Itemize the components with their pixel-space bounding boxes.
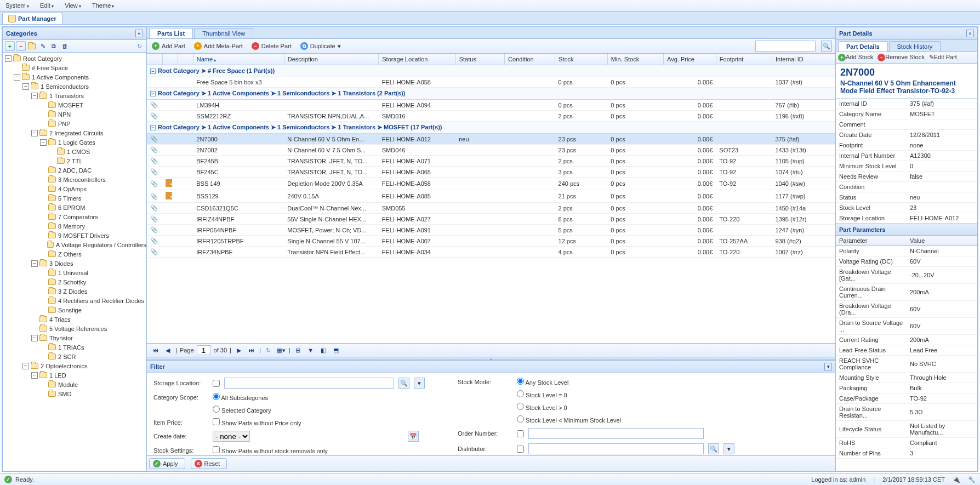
tool-button-3[interactable]: ◧ [318,345,328,355]
order-num-checkbox[interactable] [517,430,524,437]
column-header[interactable] [178,54,193,65]
table-row[interactable]: 📎CSD16321Q5CDualCool™ N-Channel Nex...SM… [147,203,835,214]
tree-node[interactable]: −1 LED [3,370,146,380]
settings-icon[interactable]: 🔧 [968,476,976,483]
storage-picker-button[interactable]: 🔍 [398,378,409,389]
tree-node[interactable]: PNP [3,119,146,128]
tree-node[interactable]: 4 Triacs [3,315,146,324]
tree-node[interactable]: 5 Voltage References [3,324,146,333]
storage-dropdown-button[interactable]: ▾ [414,378,425,389]
group-toggle-icon[interactable]: − [150,125,156,130]
tree-node[interactable]: A Voltage Regulators / Controllers [3,240,146,249]
tree-node[interactable]: Z Others [3,249,146,259]
table-row[interactable]: 📎2N7002N-Channel 60 V 7.5 Ohm S...SMD046… [147,145,835,156]
tree-node[interactable]: 3 Z Diodes [3,287,146,296]
add-part-button[interactable]: +Add Part [150,42,187,50]
tree-node[interactable]: 4 Rectifiers and Rectifier Diodes [3,296,146,305]
table-row[interactable]: 📎BF245CTRANSISTOR, JFET, N, TO...FELI-HO… [147,167,835,178]
tree-node[interactable]: 4 OpAmps [3,184,146,193]
distributor-input[interactable] [528,443,704,454]
stock-eq0-radio[interactable] [517,390,524,397]
table-row[interactable]: 📎IRFZ34NPBFTransistor NPN Field Effect..… [147,247,835,258]
group-header[interactable]: −Root Category ➤ 1 Active Components ➤ 1… [147,88,835,100]
add-stock-button[interactable]: +Add Stock [838,54,873,61]
edit-part-button[interactable]: ✎Edit Part [929,54,957,61]
group-toggle-icon[interactable]: − [150,69,156,74]
prev-page-button[interactable]: ◀ [163,345,173,355]
first-page-button[interactable]: ⏮ [150,345,160,355]
collapse-left-icon[interactable]: « [135,30,143,37]
tree-node[interactable]: 3 Microcontrollers [3,175,146,184]
tree-node[interactable]: 2 SCR [3,352,146,361]
tree-node[interactable]: −1 Logic Gates [3,138,146,147]
tree-toggle-icon[interactable]: − [5,55,12,62]
tree-node[interactable]: Sonstige [3,305,146,315]
table-row[interactable]: 📎IRFP064NPBFMOSFET, Power; N-Ch; VD...FE… [147,225,835,236]
menu-view[interactable]: View [62,1,83,10]
tool-button-4[interactable]: ⬒ [331,345,341,355]
distributor-picker-button[interactable]: 🔍 [708,443,719,454]
tree-node[interactable]: 1 Universal [3,268,146,277]
stock-removals-checkbox[interactable] [213,446,220,453]
group-header[interactable]: −Root Category ➤ 1 Active Components ➤ 1… [147,122,835,134]
menu-edit[interactable]: Edit [38,1,56,10]
tree-node[interactable]: 8 Memory [3,221,146,231]
collapse-filter-icon[interactable]: ▾ [824,363,832,370]
table-row[interactable]: 📎BSS129240V 0.15AFELI-HOME-A08521 pcs0 p… [147,190,835,203]
tree-node[interactable]: −3 Diodes [3,259,146,268]
tree-toggle-icon[interactable]: − [31,130,38,136]
category-tree[interactable]: −Root Category# Free Space−1 Active Comp… [3,53,146,471]
tab-part-manager[interactable]: Part Manager [2,13,62,24]
column-header[interactable]: Stock [555,54,608,65]
export-button[interactable]: ▦▾ [276,345,286,355]
storage-location-checkbox[interactable] [213,380,220,387]
copy-category-button[interactable]: ⧉ [49,41,59,51]
tree-node[interactable]: 2 ADC, DAC [3,166,146,175]
tab-part-details[interactable]: Part Details [838,41,888,52]
table-row[interactable]: 📎SSM2212RZTRANSISTOR,NPN,DUAL,A...SMD016… [147,111,835,122]
table-row[interactable]: 📎BF245BTRANSISTOR, JFET, N, TO...FELI-HO… [147,156,835,167]
column-header[interactable]: Condition [505,54,555,65]
column-header[interactable]: Description [284,54,378,65]
tree-toggle-icon[interactable]: − [31,372,38,379]
tree-toggle-icon[interactable]: − [22,83,29,90]
column-header[interactable]: Min. Stock [607,54,663,65]
price-only-checkbox[interactable] [213,418,220,425]
menu-system[interactable]: System [3,1,31,10]
tree-toggle-icon[interactable]: − [14,74,20,81]
column-header[interactable]: Footprint [716,54,772,65]
tree-node[interactable]: NPN [3,110,146,119]
tool-button-1[interactable]: ⊞ [293,345,303,355]
disconnect-icon[interactable]: 🔌 [953,476,960,483]
page-input[interactable] [197,345,211,355]
storage-location-input[interactable] [224,378,394,389]
column-header[interactable]: Status [455,54,504,65]
stock-any-radio[interactable] [517,378,524,385]
edit-category-button[interactable]: ✎ [38,41,48,51]
tree-node[interactable]: # Free Space [3,63,146,72]
tree-node[interactable]: 6 EPROM [3,203,146,212]
tree-node[interactable]: 7 Comparators [3,212,146,221]
column-header[interactable] [162,54,178,65]
scope-all-radio[interactable] [213,393,220,400]
tree-node[interactable]: −Root Category [3,54,146,63]
distributor-checkbox[interactable] [517,446,524,453]
scope-selected-radio[interactable] [213,406,220,413]
tree-node[interactable]: MOSFET [3,100,146,110]
refresh-grid-button[interactable]: ↻ [264,345,274,355]
refresh-categories-button[interactable]: ↻ [134,41,144,51]
apply-button[interactable]: ✓Apply [149,458,185,469]
tree-node[interactable]: −1 Active Components [3,72,146,82]
tree-node[interactable]: 2 TTL [3,156,146,166]
delete-category-button[interactable]: 🗑 [60,41,70,51]
table-row[interactable]: 📎2N7000N-Channel 60 V 5 Ohm En...FELI-HO… [147,134,835,145]
stock-gt0-radio[interactable] [517,403,524,410]
next-page-button[interactable]: ▶ [234,345,244,355]
create-date-select[interactable]: - none - [213,431,250,442]
column-header[interactable]: Name [193,54,284,65]
folder-button[interactable] [27,41,37,51]
remove-category-button[interactable]: − [16,41,26,51]
tree-node[interactable]: −1 Semiconductors [3,82,146,91]
search-button[interactable]: 🔍 [821,41,832,52]
stock-ltmin-radio[interactable] [517,415,524,423]
